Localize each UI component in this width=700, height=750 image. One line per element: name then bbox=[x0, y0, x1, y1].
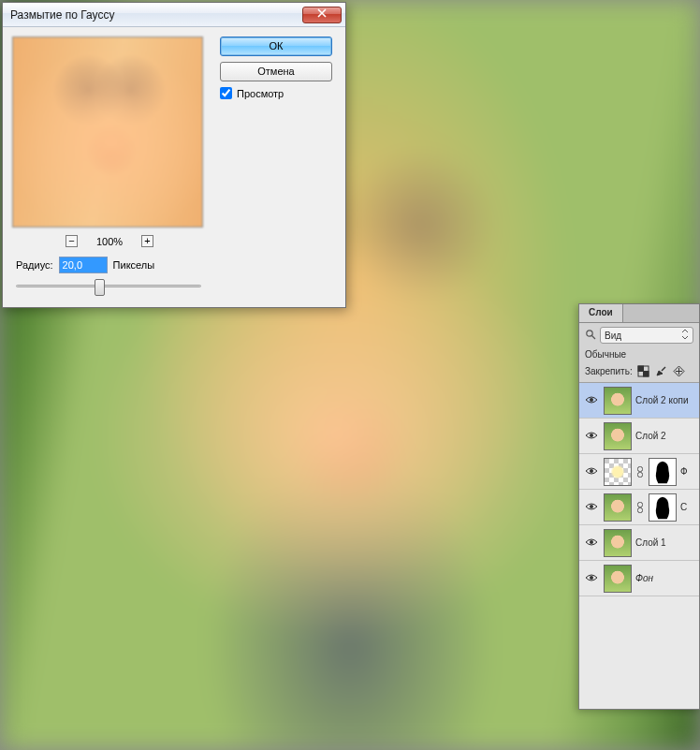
layer-name[interactable]: Слой 2 копи bbox=[635, 395, 695, 405]
layer-row[interactable]: С bbox=[579, 490, 699, 525]
preview-checkbox[interactable] bbox=[220, 87, 232, 99]
visibility-toggle[interactable] bbox=[583, 431, 600, 442]
svg-point-19 bbox=[590, 576, 593, 580]
radius-label: Радиус: bbox=[16, 259, 53, 271]
link-icon[interactable] bbox=[635, 466, 645, 478]
layer-row[interactable]: Слой 2 копи bbox=[579, 383, 699, 419]
svg-rect-12 bbox=[638, 472, 643, 477]
layer-row[interactable]: Фон bbox=[579, 561, 699, 596]
layer-thumbnail[interactable] bbox=[604, 458, 632, 486]
layer-name[interactable]: С bbox=[680, 502, 695, 512]
svg-point-8 bbox=[590, 398, 593, 402]
dialog-title: Размытие по Гауссу bbox=[10, 8, 302, 22]
radius-slider[interactable] bbox=[16, 279, 201, 292]
cancel-button[interactable]: Отмена bbox=[220, 62, 332, 81]
visibility-toggle[interactable] bbox=[583, 395, 600, 406]
search-icon bbox=[585, 329, 596, 342]
panel-tabs: Слои bbox=[579, 304, 699, 323]
lock-position-icon[interactable] bbox=[673, 364, 686, 377]
gaussian-blur-dialog: Размытие по Гауссу − 100% + ОК Отмена bbox=[2, 2, 346, 308]
layer-name[interactable]: Слой 2 bbox=[635, 431, 695, 441]
layer-name[interactable]: Ф bbox=[680, 466, 695, 477]
radius-units: Пикселы bbox=[113, 259, 155, 271]
svg-rect-15 bbox=[638, 502, 643, 507]
tab-layers[interactable]: Слои bbox=[579, 304, 623, 322]
svg-line-5 bbox=[662, 367, 665, 371]
layer-thumbnail[interactable] bbox=[604, 422, 632, 450]
eye-icon bbox=[585, 573, 598, 584]
layers-panel: Слои Вид Обычные Закрепить: Слой 2 копиС… bbox=[578, 303, 700, 710]
svg-point-18 bbox=[590, 540, 593, 544]
chevron-updown-icon bbox=[681, 330, 689, 341]
lock-label: Закрепить: bbox=[585, 366, 633, 376]
visibility-toggle[interactable] bbox=[583, 502, 600, 513]
visibility-toggle[interactable] bbox=[583, 573, 600, 584]
filter-kind-label: Вид bbox=[605, 331, 621, 341]
svg-rect-4 bbox=[644, 371, 649, 376]
eye-icon bbox=[585, 537, 598, 549]
blend-mode-select[interactable]: Обычные bbox=[585, 349, 626, 360]
layer-name[interactable]: Слой 1 bbox=[635, 537, 695, 548]
lock-transparency-icon[interactable] bbox=[637, 364, 650, 377]
filter-preview[interactable] bbox=[12, 37, 203, 228]
layer-row[interactable]: Слой 2 bbox=[579, 419, 699, 454]
slider-track bbox=[16, 285, 201, 287]
eye-icon bbox=[585, 502, 598, 513]
visibility-toggle[interactable] bbox=[583, 537, 600, 549]
svg-rect-3 bbox=[638, 366, 644, 372]
filter-kind-select[interactable]: Вид bbox=[600, 327, 693, 344]
minus-icon: − bbox=[68, 237, 74, 245]
eye-icon bbox=[585, 395, 598, 406]
svg-rect-16 bbox=[638, 507, 643, 512]
layer-row[interactable]: Слой 1 bbox=[579, 525, 699, 561]
layer-mask-thumbnail[interactable] bbox=[649, 493, 677, 522]
layer-mask-thumbnail[interactable] bbox=[649, 458, 677, 486]
svg-point-10 bbox=[590, 469, 593, 473]
layer-row[interactable]: Ф bbox=[579, 454, 699, 490]
svg-line-1 bbox=[592, 336, 596, 340]
layer-thumbnail[interactable] bbox=[604, 493, 632, 522]
layer-thumbnail[interactable] bbox=[604, 387, 632, 415]
lock-paint-icon[interactable] bbox=[655, 364, 668, 377]
zoom-in-button[interactable]: + bbox=[141, 235, 153, 247]
layer-thumbnail[interactable] bbox=[604, 565, 632, 593]
layer-list: Слой 2 копиСлой 2ФССлой 1Фон bbox=[579, 383, 699, 596]
preview-checkbox-label: Просмотр bbox=[237, 88, 284, 99]
layer-thumbnail[interactable] bbox=[604, 529, 632, 557]
link-icon[interactable] bbox=[635, 502, 645, 513]
svg-point-9 bbox=[590, 434, 593, 437]
eye-icon bbox=[585, 466, 598, 478]
zoom-percentage: 100% bbox=[96, 236, 123, 247]
close-button[interactable] bbox=[302, 7, 342, 23]
svg-point-14 bbox=[590, 505, 593, 508]
eye-icon bbox=[585, 431, 598, 442]
dialog-titlebar[interactable]: Размытие по Гауссу bbox=[3, 3, 345, 27]
layer-list-empty bbox=[579, 596, 699, 709]
plus-icon: + bbox=[144, 237, 150, 245]
radius-input[interactable] bbox=[59, 257, 108, 273]
visibility-toggle[interactable] bbox=[583, 466, 600, 478]
close-icon bbox=[317, 8, 327, 22]
layer-name[interactable]: Фон bbox=[635, 573, 695, 583]
svg-rect-11 bbox=[638, 466, 643, 471]
preview-checkbox-row[interactable]: Просмотр bbox=[220, 87, 336, 99]
zoom-out-button[interactable]: − bbox=[66, 235, 78, 247]
slider-thumb[interactable] bbox=[95, 279, 105, 296]
svg-point-0 bbox=[587, 331, 592, 336]
ok-button[interactable]: ОК bbox=[220, 37, 332, 56]
